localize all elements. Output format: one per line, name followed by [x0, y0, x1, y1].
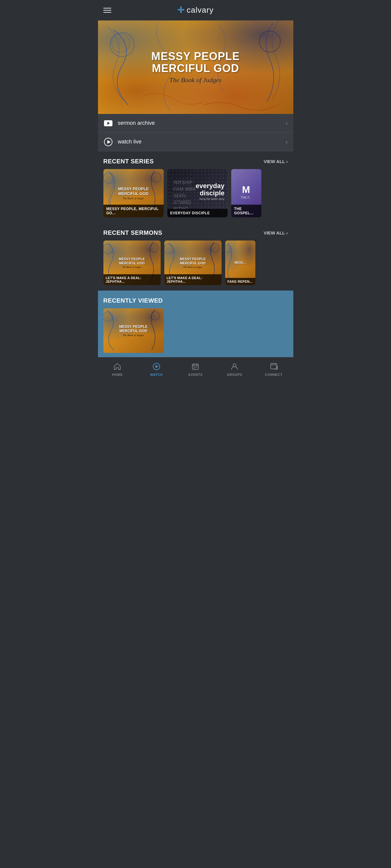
recent-series-header: RECENT SERIES VIEW ALL ›	[103, 158, 288, 165]
chevron-right-icon-4: ›	[287, 230, 288, 236]
sermon-archive-label: sermon archive	[118, 120, 286, 126]
app-logo: ✛ calvary	[177, 5, 213, 15]
sermon-card-3-label: FAKE REPEN...	[225, 278, 255, 285]
svg-text:WRSHIP: WRSHIP	[173, 180, 193, 185]
cross-icon: ✛	[177, 6, 184, 14]
recently-viewed-section: RECENTLY VIEWED MESSY PEOPLEMERCIFUL GOD…	[98, 290, 293, 357]
svg-point-2	[259, 31, 280, 52]
recently-viewed-cards: MESSY PEOPLEMERCIFUL GOD The Book of Jud…	[103, 308, 288, 353]
recent-series-view-all[interactable]: VIEW ALL ›	[264, 159, 288, 164]
recently-viewed-title: RECENTLY VIEWED	[103, 297, 288, 304]
nav-item-connect[interactable]: CONNECT	[254, 358, 293, 381]
watch-icon	[153, 363, 160, 372]
hero-subtitle: The Book of Judges	[151, 76, 240, 84]
svg-marker-23	[155, 365, 158, 368]
svg-marker-6	[107, 140, 111, 144]
recent-series-title: RECENT SERIES	[103, 158, 154, 165]
menu-button[interactable]	[103, 8, 111, 13]
hero-content: MESSY PEOPLE MERCIFUL GOD The Book of Ju…	[145, 50, 246, 84]
chevron-right-icon: ›	[286, 120, 288, 127]
nav-watch-label: WATCH	[150, 373, 163, 376]
nav-events-label: EVENTS	[188, 373, 203, 376]
series-card-messy-label: MESSY PEOPLE, MERCIFUL GO...	[103, 205, 164, 217]
nav-item-groups[interactable]: GROUPS	[215, 358, 254, 381]
sermon-card-2[interactable]: MESSY PEOPLEMERCIFUL GOD The Book of Jud…	[164, 241, 221, 285]
recently-viewed-card-1[interactable]: MESSY PEOPLEMERCIFUL GOD The Book of Jud…	[103, 308, 164, 353]
svg-text:STWRD: STWRD	[173, 200, 191, 205]
hero-title: MESSY PEOPLE MERCIFUL GOD	[151, 50, 240, 74]
bottom-navigation: HOME WATCH EVENTS	[98, 357, 293, 381]
youtube-icon	[103, 119, 113, 128]
recent-sermons-title: RECENT SERMONS	[103, 229, 162, 236]
watch-live-label: watch live	[118, 138, 286, 145]
watch-live-item[interactable]: watch live ›	[98, 133, 293, 151]
recent-series-cards: MESSY PEOPLEMERCIFUL GOD The Book of Jud…	[103, 169, 288, 218]
recent-sermons-view-all[interactable]: VIEW ALL ›	[264, 230, 288, 236]
groups-icon	[230, 363, 239, 372]
sermon-card-1[interactable]: MESSY PEOPLEMERCIFUL GOD The Book of Jud…	[103, 241, 161, 285]
play-circle-icon	[103, 137, 113, 147]
series-card-everyday[interactable]: WRSHIP FAM MBR SERV STWRD INTNG everyday…	[167, 169, 228, 217]
rv-card-1-text: MESSY PEOPLEMERCIFUL GOD The Book of Jud…	[103, 308, 164, 353]
nav-item-home[interactable]: HOME	[98, 358, 137, 381]
nav-connect-label: CONNECT	[265, 373, 282, 376]
nav-groups-label: GROUPS	[227, 373, 242, 376]
home-icon	[113, 363, 121, 372]
recent-series-section: RECENT SERIES VIEW ALL › MESSY PEOPLEMER…	[98, 151, 293, 223]
svg-text:SERV: SERV	[173, 193, 187, 198]
nav-home-label: HOME	[112, 373, 123, 376]
sermon-archive-item[interactable]: sermon archive ›	[98, 114, 293, 133]
logo-text: calvary	[187, 5, 213, 15]
sermon-card-3[interactable]: MESS... FAKE REPEN...	[225, 241, 255, 285]
events-icon	[191, 363, 199, 372]
recent-sermons-header: RECENT SERMONS VIEW ALL ›	[103, 229, 288, 236]
chevron-right-icon-2: ›	[286, 138, 288, 145]
recent-sermons-cards: MESSY PEOPLEMERCIFUL GOD The Book of Jud…	[103, 241, 288, 286]
nav-item-events[interactable]: EVENTS	[176, 358, 215, 381]
chevron-right-icon-3: ›	[287, 159, 288, 164]
sermon-card-2-label: LET'S MAKE A DEAL: JEPHTHA...	[164, 274, 221, 285]
app-header: ✛ calvary	[98, 0, 293, 21]
hero-banner[interactable]: MESSY PEOPLE MERCIFUL GOD The Book of Ju…	[98, 21, 293, 114]
series-card-gospel[interactable]: M THE F... THE GOSPEL...	[231, 169, 261, 217]
svg-point-0	[110, 33, 134, 57]
svg-text:FAM MBR: FAM MBR	[173, 187, 196, 192]
sermon-card-1-label: LET'S MAKE A DEAL: JEPHTHA...	[103, 274, 161, 285]
svg-rect-24	[192, 364, 198, 370]
series-card-gospel-label: THE GOSPEL...	[231, 205, 261, 217]
connect-icon	[270, 363, 278, 372]
nav-item-watch[interactable]: WATCH	[137, 358, 176, 381]
series-card-everyday-label: EVERYDAY DISCIPLE	[167, 209, 228, 217]
series-card-messy[interactable]: MESSY PEOPLEMERCIFUL GOD The Book of Jud…	[103, 169, 164, 217]
recent-sermons-section: RECENT SERMONS VIEW ALL › MESSY PEOPLEME…	[98, 223, 293, 290]
